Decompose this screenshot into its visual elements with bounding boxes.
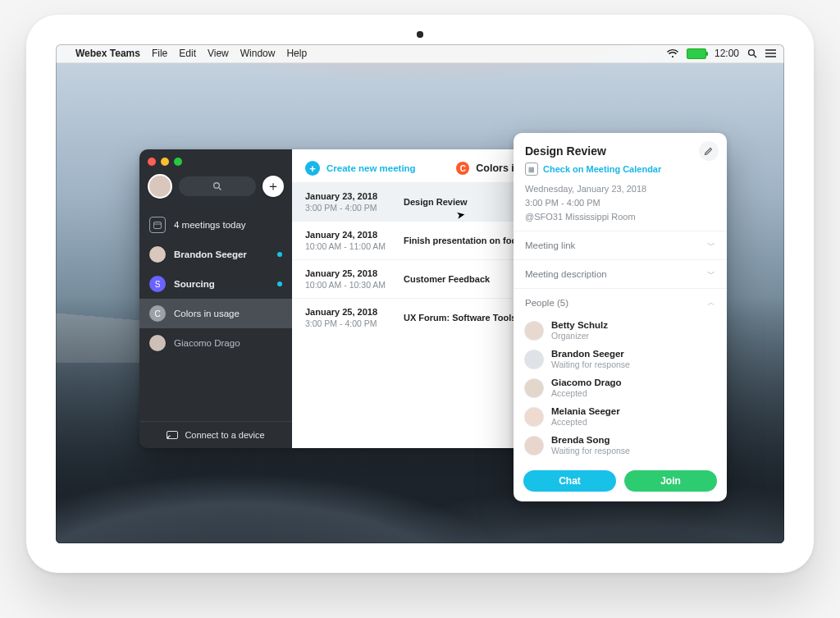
person-row[interactable]: Brenda Song Waiting for response xyxy=(525,435,715,455)
avatar xyxy=(149,335,166,351)
svg-point-2 xyxy=(214,183,220,189)
create-meeting-label: Create new meeting xyxy=(326,163,416,173)
search-icon xyxy=(212,181,222,191)
sidebar-item-label: Sourcing xyxy=(174,279,215,289)
unread-dot-icon xyxy=(277,282,282,286)
join-button[interactable]: Join xyxy=(624,470,717,492)
window-close[interactable] xyxy=(148,158,156,166)
meeting-when: January 24, 2018 10:00 AM - 11:00 AM xyxy=(305,230,404,251)
person-row[interactable]: Giacomo Drago Accepted xyxy=(525,378,715,398)
sidebar-toprow: ＋ xyxy=(139,171,292,207)
svg-line-3 xyxy=(219,188,221,190)
people-list: Betty Schulz Organizer Brandon Seeger Wa… xyxy=(514,317,727,464)
svg-line-1 xyxy=(754,55,756,57)
window-controls xyxy=(139,149,292,171)
meeting-title: Customer Feedback xyxy=(404,274,490,284)
meeting-title: Design Review xyxy=(404,197,468,207)
pencil-icon xyxy=(704,146,714,156)
cast-icon xyxy=(167,431,178,440)
menubar-edit[interactable]: Edit xyxy=(179,48,196,59)
person-row[interactable]: Betty Schulz Organizer xyxy=(525,320,715,341)
sidebar-item-giacomo[interactable]: Giacomo Drago xyxy=(139,328,292,358)
chevron-up-icon: ︿ xyxy=(707,297,715,309)
wifi-icon[interactable] xyxy=(667,49,678,58)
sidebar-list: 4 meetings today Brandon Seeger S Sourci… xyxy=(139,210,292,358)
person-name: Betty Schulz xyxy=(551,320,608,330)
person-row[interactable]: Melania Seeger Accepted xyxy=(525,406,715,427)
menubar-app-name[interactable]: Webex Teams xyxy=(75,48,140,59)
sidebar-item-label: Colors in usage xyxy=(174,309,240,318)
cursor-icon: ➤ xyxy=(455,208,466,222)
sidebar-item-label: Giacomo Drago xyxy=(174,338,240,348)
sidebar-item-brandon[interactable]: Brandon Seeger xyxy=(139,240,292,269)
plus-icon: + xyxy=(305,161,320,176)
person-name: Melania Seeger xyxy=(551,406,620,416)
mac-menubar: Webex Teams File Edit View Window Help 1… xyxy=(56,44,784,63)
avatar xyxy=(525,379,543,397)
edit-button[interactable] xyxy=(699,141,719,161)
search-input[interactable] xyxy=(179,176,256,196)
person-row[interactable]: Brandon Seeger Waiting for response xyxy=(525,349,715,369)
user-avatar[interactable] xyxy=(148,174,172,199)
menubar-help[interactable]: Help xyxy=(286,48,307,59)
person-status: Accepted xyxy=(551,388,622,398)
menubar-clock[interactable]: 12:00 xyxy=(714,48,739,59)
sidebar-item-label: 4 meetings today xyxy=(174,220,246,230)
person-name: Giacomo Drago xyxy=(551,378,622,387)
connect-label: Connect to a device xyxy=(185,430,264,440)
avatar xyxy=(149,246,166,263)
person-status: Organizer xyxy=(551,331,608,341)
sidebar-item-colors-in-usage[interactable]: C Colors in usage xyxy=(139,299,292,328)
calendar-icon xyxy=(149,217,166,233)
sidebar: ＋ 4 meetings today Brandon Seeger xyxy=(139,149,292,448)
menubar-file[interactable]: File xyxy=(152,48,167,59)
camera-dot xyxy=(417,31,423,38)
person-status: Waiting for response xyxy=(551,359,630,369)
hamburger-icon[interactable] xyxy=(765,49,776,57)
sidebar-item-meetings-today[interactable]: 4 meetings today xyxy=(139,210,292,240)
sidebar-item-sourcing[interactable]: S Sourcing xyxy=(139,269,292,299)
svg-rect-4 xyxy=(154,222,162,229)
avatar: C xyxy=(149,305,166,322)
person-status: Waiting for response xyxy=(551,446,630,455)
menubar-view[interactable]: View xyxy=(208,48,229,59)
meeting-when: January 23, 2018 3:00 PM - 4:00 PM xyxy=(305,191,404,213)
unread-dot-icon xyxy=(277,252,282,257)
meeting-when: January 25, 2018 10:00 AM - 10:30 AM xyxy=(305,268,404,290)
menubar-window[interactable]: Window xyxy=(240,48,276,59)
calendar-link[interactable]: ▦ Check on Meeting Calendar xyxy=(525,163,715,176)
chevron-down-icon: ﹀ xyxy=(707,240,715,251)
details-actions: Chat Join xyxy=(514,464,727,501)
chevron-down-icon: ﹀ xyxy=(707,268,715,280)
window-minimize[interactable] xyxy=(161,158,169,166)
laptop-frame: Webex Teams File Edit View Window Help 1… xyxy=(26,15,814,573)
meeting-when: January 25, 2018 3:00 PM - 4:00 PM xyxy=(305,307,404,328)
connect-to-device[interactable]: Connect to a device xyxy=(139,421,292,448)
avatar xyxy=(525,408,543,426)
avatar xyxy=(525,322,543,340)
desktop-screen: Webex Teams File Edit View Window Help 1… xyxy=(56,44,784,543)
person-status: Accepted xyxy=(551,417,620,427)
chat-button[interactable]: Chat xyxy=(523,470,616,492)
meeting-details-panel: Design Review ▦ Check on Meeting Calenda… xyxy=(514,133,727,501)
avatar xyxy=(525,350,543,369)
section-meeting-description[interactable]: Meeting description ﹀ xyxy=(514,259,727,288)
avatar: S xyxy=(149,276,166,292)
section-meeting-link[interactable]: Meeting link ﹀ xyxy=(514,231,727,259)
spotlight-search-icon[interactable] xyxy=(747,48,757,58)
section-people[interactable]: People (5) ︿ xyxy=(514,288,727,317)
svg-point-0 xyxy=(749,50,755,56)
space-badge-icon: C xyxy=(456,162,469,175)
window-zoom[interactable] xyxy=(174,158,182,166)
avatar xyxy=(525,437,543,455)
details-meta: Wednesday, January 23, 2018 3:00 PM - 4:… xyxy=(525,182,715,224)
sidebar-item-label: Brandon Seeger xyxy=(174,249,247,259)
add-button[interactable]: ＋ xyxy=(262,176,284,197)
calendar-icon: ▦ xyxy=(525,163,538,176)
person-name: Brandon Seeger xyxy=(551,349,630,359)
battery-icon[interactable] xyxy=(687,48,706,59)
details-title: Design Review xyxy=(525,144,715,158)
create-meeting-button[interactable]: + Create new meeting xyxy=(305,161,416,176)
person-name: Brenda Song xyxy=(551,435,630,445)
